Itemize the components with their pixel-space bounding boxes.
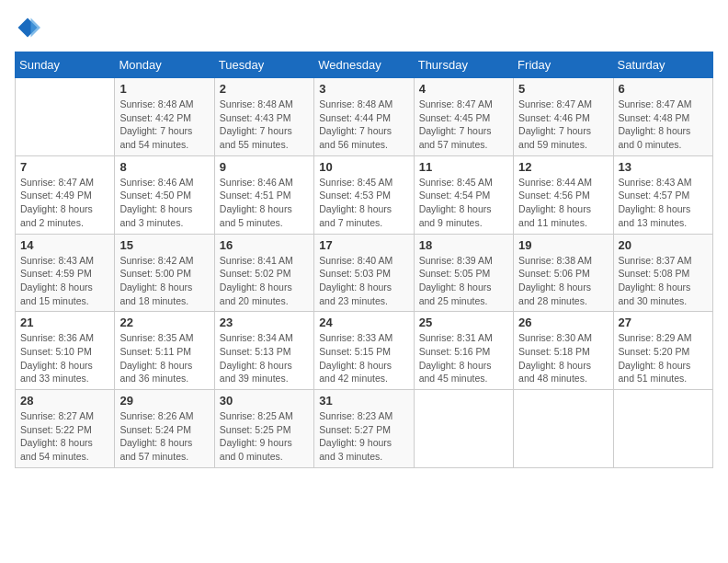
day-number: 19 (518, 238, 608, 252)
calendar-cell: 26Sunrise: 8:30 AM Sunset: 5:18 PM Dayli… (514, 312, 613, 390)
calendar-cell: 22Sunrise: 8:35 AM Sunset: 5:11 PM Dayli… (115, 312, 214, 390)
calendar-cell: 15Sunrise: 8:42 AM Sunset: 5:00 PM Dayli… (115, 234, 214, 312)
calendar-cell: 14Sunrise: 8:43 AM Sunset: 4:59 PM Dayli… (16, 234, 115, 312)
calendar-cell (514, 390, 613, 468)
calendar-cell: 10Sunrise: 8:45 AM Sunset: 4:53 PM Dayli… (314, 155, 414, 234)
calendar-cell: 5Sunrise: 8:47 AM Sunset: 4:46 PM Daylig… (514, 78, 613, 156)
day-number: 18 (419, 238, 508, 252)
day-number: 13 (619, 160, 708, 174)
day-number: 7 (20, 160, 109, 174)
calendar-cell: 6Sunrise: 8:47 AM Sunset: 4:48 PM Daylig… (613, 78, 712, 156)
calendar-cell (414, 390, 513, 468)
day-detail: Sunrise: 8:47 AM Sunset: 4:49 PM Dayligh… (20, 176, 109, 230)
day-detail: Sunrise: 8:27 AM Sunset: 5:22 PM Dayligh… (20, 409, 109, 464)
day-detail: Sunrise: 8:48 AM Sunset: 4:42 PM Dayligh… (119, 98, 209, 152)
logo-icon (15, 15, 40, 40)
calendar-cell: 1Sunrise: 8:48 AM Sunset: 4:42 PM Daylig… (115, 78, 214, 156)
day-header-wednesday: Wednesday (314, 52, 414, 78)
day-detail: Sunrise: 8:33 AM Sunset: 5:15 PM Dayligh… (319, 331, 408, 385)
day-detail: Sunrise: 8:45 AM Sunset: 4:53 PM Dayligh… (319, 176, 408, 230)
day-number: 17 (319, 238, 408, 252)
calendar-cell (613, 390, 712, 468)
calendar-cell: 8Sunrise: 8:46 AM Sunset: 4:50 PM Daylig… (115, 155, 214, 234)
svg-marker-1 (31, 18, 41, 38)
day-detail: Sunrise: 8:47 AM Sunset: 4:45 PM Dayligh… (419, 98, 508, 152)
calendar-week-row: 28Sunrise: 8:27 AM Sunset: 5:22 PM Dayli… (16, 390, 713, 468)
day-header-sunday: Sunday (16, 52, 115, 78)
calendar-cell: 4Sunrise: 8:47 AM Sunset: 4:45 PM Daylig… (414, 78, 513, 156)
calendar-week-row: 14Sunrise: 8:43 AM Sunset: 4:59 PM Dayli… (16, 234, 713, 312)
day-detail: Sunrise: 8:35 AM Sunset: 5:11 PM Dayligh… (119, 331, 209, 385)
day-detail: Sunrise: 8:43 AM Sunset: 4:59 PM Dayligh… (20, 254, 109, 308)
calendar-cell: 16Sunrise: 8:41 AM Sunset: 5:02 PM Dayli… (214, 234, 313, 312)
day-number: 15 (119, 238, 209, 252)
day-detail: Sunrise: 8:40 AM Sunset: 5:03 PM Dayligh… (319, 254, 408, 308)
day-number: 24 (319, 316, 408, 329)
calendar-cell: 27Sunrise: 8:29 AM Sunset: 5:20 PM Dayli… (613, 312, 712, 390)
calendar-cell: 7Sunrise: 8:47 AM Sunset: 4:49 PM Daylig… (16, 155, 115, 234)
day-number: 29 (119, 394, 209, 408)
calendar-cell: 17Sunrise: 8:40 AM Sunset: 5:03 PM Dayli… (314, 234, 414, 312)
day-detail: Sunrise: 8:45 AM Sunset: 4:54 PM Dayligh… (419, 176, 508, 230)
calendar-cell: 11Sunrise: 8:45 AM Sunset: 4:54 PM Dayli… (414, 155, 513, 234)
calendar-header-row: SundayMondayTuesdayWednesdayThursdayFrid… (16, 52, 713, 78)
day-detail: Sunrise: 8:48 AM Sunset: 4:43 PM Dayligh… (220, 98, 309, 152)
day-number: 14 (20, 238, 109, 252)
day-number: 4 (419, 82, 508, 96)
calendar-week-row: 7Sunrise: 8:47 AM Sunset: 4:49 PM Daylig… (16, 155, 713, 234)
day-number: 16 (220, 238, 309, 252)
day-number: 5 (518, 82, 608, 96)
day-detail: Sunrise: 8:25 AM Sunset: 5:25 PM Dayligh… (220, 409, 309, 464)
day-header-thursday: Thursday (414, 52, 513, 78)
day-header-saturday: Saturday (613, 52, 712, 78)
day-detail: Sunrise: 8:31 AM Sunset: 5:16 PM Dayligh… (419, 331, 508, 385)
day-detail: Sunrise: 8:47 AM Sunset: 4:48 PM Dayligh… (619, 98, 708, 152)
calendar-cell: 23Sunrise: 8:34 AM Sunset: 5:13 PM Dayli… (214, 312, 313, 390)
calendar-cell: 20Sunrise: 8:37 AM Sunset: 5:08 PM Dayli… (613, 234, 712, 312)
day-number: 28 (20, 394, 109, 408)
day-header-friday: Friday (514, 52, 613, 78)
day-detail: Sunrise: 8:26 AM Sunset: 5:24 PM Dayligh… (119, 409, 209, 464)
day-header-tuesday: Tuesday (214, 52, 313, 78)
day-number: 6 (619, 82, 708, 96)
day-number: 31 (319, 394, 408, 408)
calendar-cell: 21Sunrise: 8:36 AM Sunset: 5:10 PM Dayli… (16, 312, 115, 390)
calendar-table: SundayMondayTuesdayWednesdayThursdayFrid… (15, 52, 713, 468)
calendar-cell: 30Sunrise: 8:25 AM Sunset: 5:25 PM Dayli… (214, 390, 313, 468)
day-detail: Sunrise: 8:42 AM Sunset: 5:00 PM Dayligh… (119, 254, 209, 308)
day-number: 23 (220, 316, 309, 329)
day-number: 21 (20, 316, 109, 329)
day-detail: Sunrise: 8:34 AM Sunset: 5:13 PM Dayligh… (220, 331, 309, 385)
day-detail: Sunrise: 8:41 AM Sunset: 5:02 PM Dayligh… (220, 254, 309, 308)
day-number: 1 (119, 82, 209, 96)
page-header (15, 15, 713, 40)
day-number: 10 (319, 160, 408, 174)
day-number: 20 (619, 238, 708, 252)
calendar-cell: 29Sunrise: 8:26 AM Sunset: 5:24 PM Dayli… (115, 390, 214, 468)
day-detail: Sunrise: 8:46 AM Sunset: 4:51 PM Dayligh… (220, 176, 309, 230)
day-number: 2 (220, 82, 309, 96)
day-number: 25 (419, 316, 508, 329)
calendar-week-row: 21Sunrise: 8:36 AM Sunset: 5:10 PM Dayli… (16, 312, 713, 390)
day-number: 22 (119, 316, 209, 329)
day-detail: Sunrise: 8:47 AM Sunset: 4:46 PM Dayligh… (518, 98, 608, 152)
day-header-monday: Monday (115, 52, 214, 78)
calendar-cell: 18Sunrise: 8:39 AM Sunset: 5:05 PM Dayli… (414, 234, 513, 312)
day-detail: Sunrise: 8:37 AM Sunset: 5:08 PM Dayligh… (619, 254, 708, 308)
day-detail: Sunrise: 8:46 AM Sunset: 4:50 PM Dayligh… (119, 176, 209, 230)
day-detail: Sunrise: 8:30 AM Sunset: 5:18 PM Dayligh… (518, 331, 608, 385)
day-detail: Sunrise: 8:29 AM Sunset: 5:20 PM Dayligh… (619, 331, 708, 385)
calendar-cell: 19Sunrise: 8:38 AM Sunset: 5:06 PM Dayli… (514, 234, 613, 312)
calendar-cell: 3Sunrise: 8:48 AM Sunset: 4:44 PM Daylig… (314, 78, 414, 156)
calendar-cell: 25Sunrise: 8:31 AM Sunset: 5:16 PM Dayli… (414, 312, 513, 390)
calendar-cell: 9Sunrise: 8:46 AM Sunset: 4:51 PM Daylig… (214, 155, 313, 234)
calendar-cell (16, 78, 115, 156)
day-detail: Sunrise: 8:48 AM Sunset: 4:44 PM Dayligh… (319, 98, 408, 152)
calendar-cell: 24Sunrise: 8:33 AM Sunset: 5:15 PM Dayli… (314, 312, 414, 390)
day-number: 27 (619, 316, 708, 329)
calendar-cell: 31Sunrise: 8:23 AM Sunset: 5:27 PM Dayli… (314, 390, 414, 468)
day-number: 3 (319, 82, 408, 96)
day-detail: Sunrise: 8:39 AM Sunset: 5:05 PM Dayligh… (419, 254, 508, 308)
day-detail: Sunrise: 8:38 AM Sunset: 5:06 PM Dayligh… (518, 254, 608, 308)
day-detail: Sunrise: 8:36 AM Sunset: 5:10 PM Dayligh… (20, 331, 109, 385)
